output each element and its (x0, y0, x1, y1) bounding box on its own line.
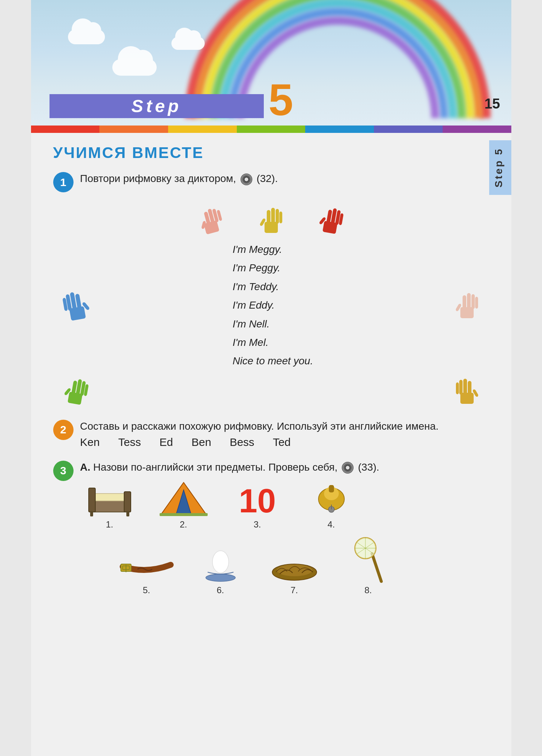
exercise-2-text: Составь и расскажи похожую рифмовку. Исп… (80, 419, 439, 434)
svg-rect-36 (460, 393, 474, 404)
svg-rect-37 (468, 381, 471, 395)
svg-point-62 (212, 551, 229, 573)
name-ben: Ben (191, 436, 211, 449)
svg-rect-18 (69, 306, 86, 321)
name-bess: Bess (230, 436, 255, 449)
hand-blue (61, 287, 94, 324)
exercise-3-a: А. (80, 461, 91, 473)
exercise-3-content: А. Назови по-английски эти предметы. Про… (80, 460, 489, 595)
svg-rect-12 (322, 221, 337, 234)
item-bell: 4. (302, 481, 361, 530)
item-nest: 7. (265, 546, 324, 595)
rhyme-line-2: I'm Peggy. (233, 259, 313, 277)
color-bar-yellow (168, 126, 237, 133)
svg-rect-45 (124, 492, 131, 512)
hands-bottom-row (53, 374, 489, 408)
name-ed: Ed (160, 436, 173, 449)
exercise-2: 2 Составь и расскажи похожую рифмовку. И… (53, 419, 489, 449)
tent-image (160, 481, 208, 518)
items-row-1: 1. (80, 481, 489, 530)
exercise-3-text: А. Назови по-английски эти предметы. Про… (80, 460, 489, 475)
step-banner: Step 5 (50, 94, 264, 118)
svg-rect-7 (267, 210, 270, 224)
color-bar-green (237, 126, 306, 133)
exercise-1: 1 Повтори рифмовку за диктором, (32). (53, 171, 489, 192)
hand-golden (452, 374, 482, 408)
svg-rect-38 (463, 379, 467, 394)
item-number-1: 1. (106, 519, 113, 530)
item-net: 8. (339, 535, 398, 595)
svg-rect-40 (456, 382, 459, 394)
item-ten: 10 3. (228, 484, 287, 530)
header-area: Step 5 (31, 0, 511, 126)
name-ted: Ted (273, 436, 290, 449)
rhyme-line-3: I'm Teddy. (233, 278, 313, 296)
exercise-number-3: 3 (53, 461, 74, 481)
svg-point-61 (206, 574, 235, 581)
hands-top-row (197, 203, 345, 237)
cloud-1 (68, 30, 105, 44)
rhyme-text: I'm Meggy. I'm Peggy. I'm Teddy. I'm Edd… (233, 240, 313, 371)
svg-rect-9 (276, 209, 279, 224)
hand-yellow (256, 203, 286, 237)
item-number-6: 6. (217, 585, 224, 595)
hands-rhyme-section: I'm Meggy. I'm Peggy. I'm Teddy. I'm Edd… (53, 203, 489, 408)
rhyme-middle: I'm Meggy. I'm Peggy. I'm Teddy. I'm Edd… (53, 240, 489, 371)
svg-rect-28 (475, 297, 478, 309)
color-bar-blue (305, 126, 374, 133)
item-number-5: 5. (143, 585, 150, 595)
svg-rect-25 (463, 295, 466, 309)
color-bar-indigo (374, 126, 443, 133)
name-ken: Ken (80, 436, 100, 449)
color-bar-violet (443, 126, 511, 133)
cd-icon-3 (342, 462, 354, 474)
item-belt: 5. (117, 554, 176, 595)
cloud-2 (112, 59, 157, 76)
step-number: 5 (269, 78, 293, 122)
nest-image (269, 546, 320, 583)
svg-rect-6 (265, 222, 278, 233)
section-title: УЧИМСЯ ВМЕСТЕ (53, 144, 489, 162)
svg-rect-43 (90, 494, 129, 501)
item-egg: 6. (191, 546, 250, 595)
item-number-3: 3. (253, 519, 261, 530)
svg-rect-27 (471, 294, 475, 309)
svg-rect-46 (90, 511, 93, 516)
item-number-7: 7. (290, 585, 298, 595)
svg-rect-55 (329, 485, 334, 492)
main-content: УЧИМСЯ ВМЕСТЕ 1 Повтори рифмовку за дикт… (31, 133, 511, 621)
rhyme-line-1: I'm Meggy. (233, 240, 313, 259)
hand-light-pink (452, 289, 482, 322)
cloud-3 (171, 37, 205, 50)
page-number: 15 (484, 96, 500, 112)
exercise-2-content: Составь и расскажи похожую рифмовку. Исп… (80, 419, 439, 449)
color-bar-orange (99, 126, 168, 133)
exercise-number-1: 1 (53, 172, 74, 192)
color-bar-red (31, 126, 100, 133)
exercise-number-2: 2 (53, 420, 74, 440)
svg-rect-52 (160, 513, 208, 516)
page: Step 5 15 Step 5 УЧИМСЯ ВМЕСТЕ 1 Повтори… (31, 0, 511, 756)
hand-pink (197, 203, 227, 237)
hand-red (316, 203, 345, 237)
step-label: Step (131, 96, 181, 116)
net-image (354, 535, 383, 583)
bell-image (313, 481, 350, 518)
svg-rect-24 (460, 307, 474, 318)
hand-green (61, 374, 90, 408)
rhyme-line-6: I'm Mel. (233, 333, 313, 352)
rhyme-line-5: I'm Nell. (233, 315, 313, 333)
svg-rect-44 (89, 488, 95, 512)
svg-rect-8 (271, 208, 275, 223)
svg-rect-39 (459, 380, 463, 395)
svg-rect-30 (67, 392, 82, 405)
names-line: Ken Tess Ed Ben Bess Ted (80, 436, 439, 449)
item-tent: 2. (154, 481, 213, 530)
item-number-4: 4. (327, 519, 335, 530)
rhyme-line-7: Nice to meet you. (233, 352, 313, 370)
side-tab: Step 5 (489, 140, 511, 195)
egg-image (200, 546, 241, 583)
item-bed: 1. (80, 481, 139, 530)
svg-rect-10 (279, 212, 282, 223)
name-tess: Tess (118, 436, 141, 449)
